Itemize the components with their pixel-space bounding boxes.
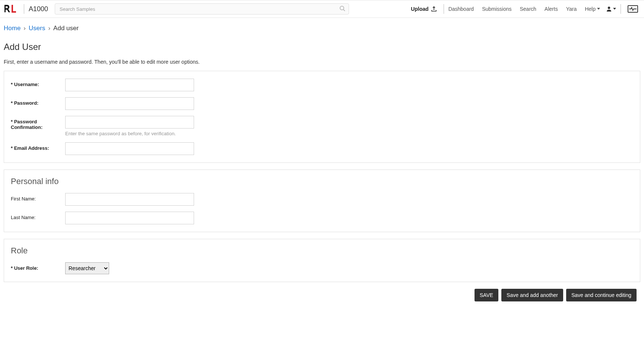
upload-icon: [431, 6, 437, 12]
last-name-label: Last Name:: [11, 212, 65, 220]
last-name-row: Last Name:: [11, 212, 633, 224]
divider: [621, 4, 621, 14]
password-row: * Password:: [11, 97, 633, 110]
password-confirm-row: * Password Confirmation: Enter the same …: [11, 116, 633, 136]
password-confirm-help: Enter the same password as before, for v…: [65, 131, 194, 136]
activity-monitor-icon[interactable]: [628, 5, 638, 13]
user-menu[interactable]: [606, 6, 616, 12]
password-label: * Password:: [11, 97, 65, 106]
svg-line-1: [343, 10, 345, 11]
first-name-label: First Name:: [11, 193, 65, 202]
action-bar: SAVE Save and add another Save and conti…: [4, 289, 640, 301]
nav-submissions[interactable]: Submissions: [482, 6, 511, 12]
search-input[interactable]: [55, 3, 349, 15]
first-name-row: First Name:: [11, 193, 633, 206]
role-section: Role * User Role: Researcher: [4, 239, 640, 282]
breadcrumb-users[interactable]: Users: [29, 25, 45, 32]
breadcrumb-current: Add user: [53, 25, 79, 32]
email-label: * Email Address:: [11, 142, 65, 151]
app-name: A1000: [29, 5, 48, 13]
topbar-right: Upload Dashboard Submissions Search Aler…: [409, 4, 640, 14]
user-role-label: * User Role:: [11, 262, 65, 271]
logo[interactable]: [4, 4, 19, 14]
save-button[interactable]: SAVE: [475, 289, 498, 301]
password-input[interactable]: [65, 97, 194, 110]
save-add-another-button[interactable]: Save and add another: [501, 289, 563, 301]
breadcrumb-home[interactable]: Home: [4, 25, 20, 32]
divider: [24, 4, 24, 14]
user-icon: [606, 6, 612, 12]
topbar: A1000 Upload Dashboard Submissions Searc…: [0, 0, 644, 18]
user-role-row: * User Role: Researcher: [11, 262, 633, 274]
upload-label: Upload: [411, 6, 428, 12]
password-confirm-input[interactable]: [65, 116, 194, 129]
nav-help-label: Help: [585, 6, 596, 12]
credentials-section: * Username: * Password: * Password Confi…: [4, 71, 640, 163]
breadcrumb-sep: ›: [23, 25, 26, 32]
user-role-select[interactable]: Researcher: [65, 262, 109, 274]
nav-links: Dashboard Submissions Search Alerts Yara…: [448, 6, 600, 12]
breadcrumb-sep: ›: [48, 25, 50, 32]
nav-alerts[interactable]: Alerts: [545, 6, 558, 12]
personal-info-title: Personal info: [11, 177, 633, 186]
nav-help[interactable]: Help: [585, 6, 600, 12]
page-description: First, enter a username and password. Th…: [4, 59, 640, 65]
breadcrumb: Home › Users › Add user: [4, 25, 640, 32]
save-continue-button[interactable]: Save and continue editing: [566, 289, 637, 301]
email-row: * Email Address:: [11, 142, 633, 155]
svg-point-2: [608, 7, 610, 9]
chevron-down-icon: [597, 8, 600, 10]
password-confirm-label: * Password Confirmation:: [11, 116, 65, 130]
username-label: * Username:: [11, 79, 65, 87]
personal-info-section: Personal info First Name: Last Name:: [4, 170, 640, 232]
nav-dashboard[interactable]: Dashboard: [448, 6, 474, 12]
nav-search[interactable]: Search: [520, 6, 536, 12]
role-title: Role: [11, 246, 633, 256]
svg-point-0: [340, 6, 344, 10]
page-title: Add User: [4, 42, 640, 52]
page-body: Home › Users › Add user Add User First, …: [0, 18, 644, 305]
chevron-down-icon: [613, 8, 616, 10]
username-input[interactable]: [65, 79, 194, 91]
search-wrap: [55, 3, 349, 15]
last-name-input[interactable]: [65, 212, 194, 224]
username-row: * Username:: [11, 79, 633, 91]
first-name-input[interactable]: [65, 193, 194, 206]
email-input[interactable]: [65, 142, 194, 155]
search-icon[interactable]: [339, 6, 345, 13]
upload-button[interactable]: Upload: [409, 6, 439, 12]
nav-yara[interactable]: Yara: [566, 6, 577, 12]
divider: [444, 4, 444, 14]
